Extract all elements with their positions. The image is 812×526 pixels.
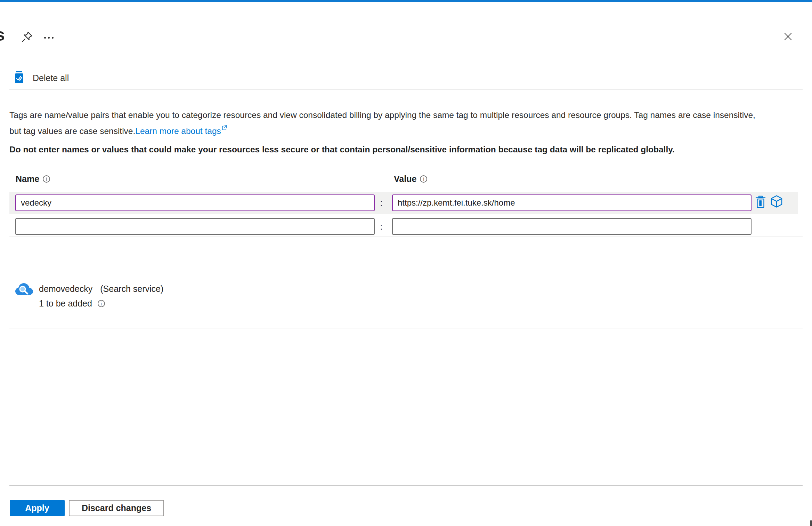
cube-icon — [770, 194, 783, 210]
external-link-icon — [221, 121, 227, 134]
name-value-separator: : — [379, 218, 384, 235]
info-icon[interactable]: i — [98, 300, 105, 307]
security-warning-text: Do not enter names or values that could … — [9, 143, 809, 156]
scrollbar-fragment[interactable] — [810, 520, 812, 526]
resource-name: demovedecky — [39, 284, 92, 294]
name-column-header: Name i — [16, 174, 50, 184]
footer-divider — [9, 485, 803, 486]
tag-name-input-row2[interactable] — [15, 218, 375, 235]
discard-changes-button[interactable]: Discard changes — [69, 500, 164, 516]
name-header-label: Name — [16, 174, 39, 184]
learn-more-link[interactable]: Learn more about tags — [135, 126, 221, 136]
delete-all-button[interactable]: Delete all — [14, 70, 69, 86]
top-accent-bar — [0, 0, 812, 2]
value-header-label: Value — [394, 174, 416, 184]
resource-cube-button[interactable] — [769, 194, 784, 210]
divider — [9, 89, 803, 90]
tag-name-input-row1[interactable] — [15, 194, 375, 211]
delete-tag-row-button[interactable] — [753, 195, 768, 211]
divider — [9, 328, 803, 328]
tags-description-line1: Tags are name/value pairs that enable yo… — [9, 110, 755, 120]
tags-description-line2: but tag values are case sensitive. — [9, 126, 135, 136]
page-title: s — [0, 25, 10, 46]
trash-icon — [755, 196, 766, 210]
tag-value-input-row2[interactable] — [392, 218, 752, 235]
search-service-icon — [15, 282, 35, 298]
info-icon[interactable]: i — [420, 175, 427, 183]
tags-description: Tags are name/value pairs that enable yo… — [9, 109, 809, 137]
info-icon[interactable]: i — [43, 175, 50, 183]
resource-summary: demovedecky (Search service) — [39, 284, 163, 294]
value-column-header: Value i — [394, 174, 427, 184]
pending-count-label: 1 to be added — [39, 298, 92, 309]
ellipsis-icon — [44, 37, 46, 39]
close-button[interactable] — [781, 30, 795, 45]
page-title-fragment: s — [0, 25, 5, 45]
divider — [9, 236, 803, 237]
pin-icon — [21, 30, 34, 45]
close-icon — [783, 32, 793, 43]
name-value-separator: : — [379, 194, 384, 211]
apply-button[interactable]: Apply — [10, 500, 65, 516]
delete-all-icon — [14, 71, 24, 85]
more-options-button[interactable] — [41, 30, 56, 45]
tag-value-input-row1[interactable] — [392, 194, 752, 211]
resource-type: (Search service) — [100, 284, 163, 294]
delete-all-label: Delete all — [33, 73, 69, 83]
resource-pending: 1 to be added i — [39, 298, 105, 309]
pin-button[interactable] — [19, 30, 35, 45]
